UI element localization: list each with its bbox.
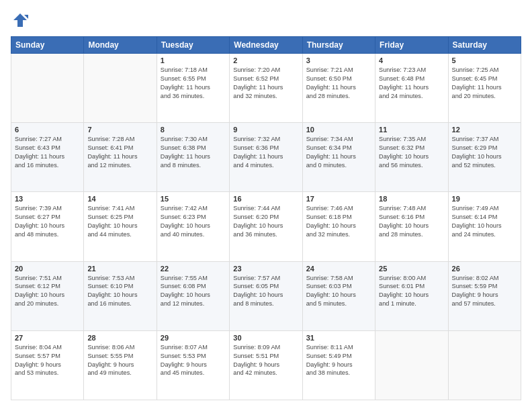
- day-number: 4: [379, 56, 444, 64]
- day-number: 18: [379, 195, 444, 203]
- day-number: 13: [15, 195, 80, 203]
- day-info: Sunrise: 7:46 AM Sunset: 6:18 PM Dayligh…: [306, 204, 371, 239]
- day-info: Sunrise: 7:57 AM Sunset: 6:05 PM Dayligh…: [233, 274, 298, 309]
- day-number: 30: [233, 334, 298, 342]
- day-cell: 15Sunrise: 7:42 AM Sunset: 6:23 PM Dayli…: [157, 192, 229, 261]
- day-info: Sunrise: 7:58 AM Sunset: 6:03 PM Dayligh…: [306, 274, 371, 309]
- day-cell: 8Sunrise: 7:30 AM Sunset: 6:38 PM Daylig…: [157, 123, 229, 192]
- day-info: Sunrise: 7:35 AM Sunset: 6:32 PM Dayligh…: [379, 135, 444, 170]
- day-number: 11: [379, 126, 444, 134]
- day-header-wednesday: Wednesday: [230, 37, 302, 54]
- day-info: Sunrise: 7:25 AM Sunset: 6:45 PM Dayligh…: [452, 66, 517, 101]
- day-header-saturday: Saturday: [448, 37, 521, 54]
- day-number: 19: [452, 195, 517, 203]
- day-info: Sunrise: 7:28 AM Sunset: 6:41 PM Dayligh…: [87, 135, 152, 170]
- day-cell: [448, 330, 521, 400]
- day-info: Sunrise: 8:09 AM Sunset: 5:51 PM Dayligh…: [233, 343, 298, 378]
- week-row-5: 27Sunrise: 8:04 AM Sunset: 5:57 PM Dayli…: [11, 330, 521, 400]
- day-cell: 29Sunrise: 8:07 AM Sunset: 5:53 PM Dayli…: [157, 330, 229, 400]
- day-info: Sunrise: 7:44 AM Sunset: 6:20 PM Dayligh…: [233, 204, 298, 239]
- day-info: Sunrise: 7:23 AM Sunset: 6:48 PM Dayligh…: [379, 66, 444, 101]
- day-cell: 30Sunrise: 8:09 AM Sunset: 5:51 PM Dayli…: [230, 330, 302, 400]
- day-number: 5: [452, 56, 517, 64]
- day-number: 22: [161, 265, 226, 273]
- week-row-2: 6Sunrise: 7:27 AM Sunset: 6:43 PM Daylig…: [11, 123, 521, 192]
- day-cell: 17Sunrise: 7:46 AM Sunset: 6:18 PM Dayli…: [302, 192, 375, 261]
- calendar: SundayMondayTuesdayWednesdayThursdayFrid…: [11, 36, 521, 400]
- day-cell: 1Sunrise: 7:18 AM Sunset: 6:55 PM Daylig…: [157, 54, 229, 123]
- day-number: 2: [233, 56, 298, 64]
- day-number: 25: [379, 265, 444, 273]
- day-info: Sunrise: 7:30 AM Sunset: 6:38 PM Dayligh…: [161, 135, 226, 170]
- day-header-friday: Friday: [375, 37, 448, 54]
- day-header-tuesday: Tuesday: [157, 37, 229, 54]
- day-info: Sunrise: 7:39 AM Sunset: 6:27 PM Dayligh…: [15, 204, 80, 239]
- day-cell: 22Sunrise: 7:55 AM Sunset: 6:08 PM Dayli…: [157, 261, 229, 330]
- day-number: 24: [306, 265, 371, 273]
- day-cell: 13Sunrise: 7:39 AM Sunset: 6:27 PM Dayli…: [11, 192, 84, 261]
- day-number: 23: [233, 265, 298, 273]
- week-row-3: 13Sunrise: 7:39 AM Sunset: 6:27 PM Dayli…: [11, 192, 521, 261]
- day-info: Sunrise: 8:04 AM Sunset: 5:57 PM Dayligh…: [15, 343, 80, 378]
- day-info: Sunrise: 7:20 AM Sunset: 6:52 PM Dayligh…: [233, 66, 298, 101]
- day-cell: [11, 54, 84, 123]
- day-cell: 6Sunrise: 7:27 AM Sunset: 6:43 PM Daylig…: [11, 123, 84, 192]
- day-number: 26: [452, 265, 517, 273]
- day-number: 6: [15, 126, 80, 134]
- day-cell: 27Sunrise: 8:04 AM Sunset: 5:57 PM Dayli…: [11, 330, 84, 400]
- day-cell: 5Sunrise: 7:25 AM Sunset: 6:45 PM Daylig…: [448, 54, 521, 123]
- header: [11, 11, 521, 30]
- day-number: 10: [306, 126, 371, 134]
- day-cell: [375, 330, 448, 400]
- day-info: Sunrise: 7:42 AM Sunset: 6:23 PM Dayligh…: [161, 204, 226, 239]
- day-cell: [84, 54, 157, 123]
- day-info: Sunrise: 8:00 AM Sunset: 6:01 PM Dayligh…: [379, 274, 444, 309]
- page: SundayMondayTuesdayWednesdayThursdayFrid…: [0, 0, 532, 411]
- day-number: 1: [161, 56, 226, 64]
- day-info: Sunrise: 7:53 AM Sunset: 6:10 PM Dayligh…: [87, 274, 152, 309]
- day-info: Sunrise: 7:21 AM Sunset: 6:50 PM Dayligh…: [306, 66, 371, 101]
- day-info: Sunrise: 8:06 AM Sunset: 5:55 PM Dayligh…: [87, 343, 152, 378]
- header-row: SundayMondayTuesdayWednesdayThursdayFrid…: [11, 37, 521, 54]
- day-info: Sunrise: 8:02 AM Sunset: 5:59 PM Dayligh…: [452, 274, 517, 309]
- day-info: Sunrise: 7:55 AM Sunset: 6:08 PM Dayligh…: [161, 274, 226, 309]
- day-cell: 11Sunrise: 7:35 AM Sunset: 6:32 PM Dayli…: [375, 123, 448, 192]
- day-info: Sunrise: 8:07 AM Sunset: 5:53 PM Dayligh…: [161, 343, 226, 378]
- day-info: Sunrise: 7:48 AM Sunset: 6:16 PM Dayligh…: [379, 204, 444, 239]
- day-cell: 19Sunrise: 7:49 AM Sunset: 6:14 PM Dayli…: [448, 192, 521, 261]
- week-row-1: 1Sunrise: 7:18 AM Sunset: 6:55 PM Daylig…: [11, 54, 521, 123]
- day-header-sunday: Sunday: [11, 37, 84, 54]
- day-cell: 9Sunrise: 7:32 AM Sunset: 6:36 PM Daylig…: [230, 123, 302, 192]
- day-number: 16: [233, 195, 298, 203]
- day-number: 15: [161, 195, 226, 203]
- day-cell: 10Sunrise: 7:34 AM Sunset: 6:34 PM Dayli…: [302, 123, 375, 192]
- day-number: 3: [306, 56, 371, 64]
- day-number: 29: [161, 334, 226, 342]
- day-cell: 21Sunrise: 7:53 AM Sunset: 6:10 PM Dayli…: [84, 261, 157, 330]
- day-number: 7: [87, 126, 152, 134]
- day-info: Sunrise: 7:18 AM Sunset: 6:55 PM Dayligh…: [161, 66, 226, 101]
- day-number: 21: [87, 265, 152, 273]
- logo: [11, 11, 32, 30]
- week-row-4: 20Sunrise: 7:51 AM Sunset: 6:12 PM Dayli…: [11, 261, 521, 330]
- day-cell: 31Sunrise: 8:11 AM Sunset: 5:49 PM Dayli…: [302, 330, 375, 400]
- day-cell: 24Sunrise: 7:58 AM Sunset: 6:03 PM Dayli…: [302, 261, 375, 330]
- day-info: Sunrise: 7:34 AM Sunset: 6:34 PM Dayligh…: [306, 135, 371, 170]
- day-number: 28: [87, 334, 152, 342]
- logo-icon: [11, 11, 30, 30]
- day-number: 27: [15, 334, 80, 342]
- day-cell: 14Sunrise: 7:41 AM Sunset: 6:25 PM Dayli…: [84, 192, 157, 261]
- day-header-thursday: Thursday: [302, 37, 375, 54]
- day-cell: 26Sunrise: 8:02 AM Sunset: 5:59 PM Dayli…: [448, 261, 521, 330]
- day-cell: 2Sunrise: 7:20 AM Sunset: 6:52 PM Daylig…: [230, 54, 302, 123]
- day-number: 31: [306, 334, 371, 342]
- day-number: 17: [306, 195, 371, 203]
- calendar-table: SundayMondayTuesdayWednesdayThursdayFrid…: [11, 36, 521, 400]
- day-info: Sunrise: 8:11 AM Sunset: 5:49 PM Dayligh…: [306, 343, 371, 378]
- day-cell: 20Sunrise: 7:51 AM Sunset: 6:12 PM Dayli…: [11, 261, 84, 330]
- day-info: Sunrise: 7:37 AM Sunset: 6:29 PM Dayligh…: [452, 135, 517, 170]
- day-info: Sunrise: 7:32 AM Sunset: 6:36 PM Dayligh…: [233, 135, 298, 170]
- day-cell: 28Sunrise: 8:06 AM Sunset: 5:55 PM Dayli…: [84, 330, 157, 400]
- day-header-monday: Monday: [84, 37, 157, 54]
- day-cell: 23Sunrise: 7:57 AM Sunset: 6:05 PM Dayli…: [230, 261, 302, 330]
